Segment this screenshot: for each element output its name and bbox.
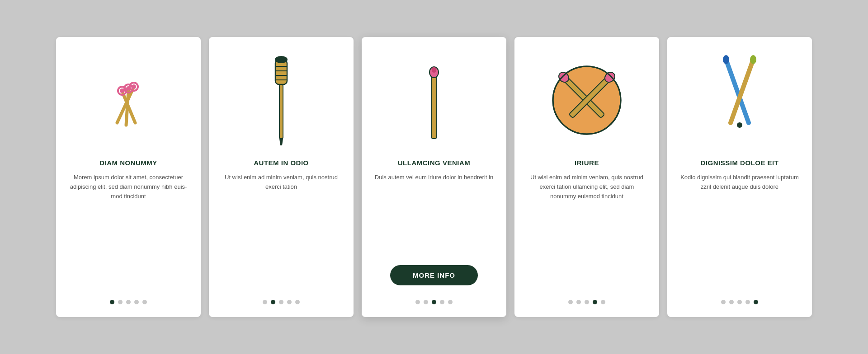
dot bbox=[279, 300, 283, 304]
card-5-text: Kodio dignissim qui blandit praesent lup… bbox=[680, 173, 799, 290]
dot bbox=[721, 300, 726, 304]
dot bbox=[754, 300, 758, 304]
card-5: DIGNISSIM DOLOE EIT Kodio dignissim qui … bbox=[667, 37, 812, 317]
dot bbox=[576, 300, 581, 304]
card-3: ULLAMCING VENIAM Duis autem vel eum iriu… bbox=[362, 37, 506, 317]
dot bbox=[737, 300, 742, 304]
dot bbox=[593, 300, 597, 304]
card-2: AUTEM IN ODIO Ut wisi enim ad minim veni… bbox=[209, 37, 354, 317]
dot bbox=[601, 300, 605, 304]
card-5-title: DIGNISSIM DOLOE EIT bbox=[701, 159, 779, 167]
dot bbox=[440, 300, 444, 304]
dot bbox=[568, 300, 573, 304]
dot bbox=[432, 300, 436, 304]
card-3-icon bbox=[374, 51, 494, 150]
svg-marker-21 bbox=[279, 139, 283, 145]
svg-point-34 bbox=[737, 122, 742, 128]
svg-rect-15 bbox=[275, 60, 287, 84]
dot bbox=[142, 300, 147, 304]
dot bbox=[287, 300, 292, 304]
svg-rect-20 bbox=[279, 84, 283, 139]
cards-container: DIAM NONUMMY Morem ipsum dolor sit amet,… bbox=[20, 10, 848, 344]
dot bbox=[295, 300, 300, 304]
card-2-title: AUTEM IN ODIO bbox=[254, 159, 309, 167]
svg-rect-23 bbox=[431, 73, 437, 139]
svg-point-25 bbox=[432, 67, 436, 73]
card-1-dots bbox=[110, 300, 147, 304]
card-3-text: Duis autem vel eum iriure dolor in hendr… bbox=[375, 173, 493, 257]
svg-point-35 bbox=[723, 55, 729, 64]
svg-point-22 bbox=[275, 56, 288, 63]
dot bbox=[415, 300, 420, 304]
dot bbox=[126, 300, 131, 304]
dot bbox=[134, 300, 139, 304]
svg-line-32 bbox=[726, 60, 749, 123]
card-4-icon bbox=[527, 51, 646, 150]
card-3-title: ULLAMCING VENIAM bbox=[398, 159, 471, 167]
svg-point-36 bbox=[750, 55, 756, 64]
dot bbox=[424, 300, 428, 304]
card-5-dots bbox=[721, 300, 758, 304]
card-5-icon bbox=[680, 51, 799, 150]
card-4: IRIURE Ut wisi enim ad minim veniam, qui… bbox=[514, 37, 659, 317]
svg-line-33 bbox=[731, 60, 753, 123]
dot bbox=[110, 300, 114, 304]
dot bbox=[271, 300, 275, 304]
card-4-title: IRIURE bbox=[575, 159, 599, 167]
dot bbox=[745, 300, 750, 304]
card-1-text: Morem ipsum dolor sit amet, consectetuer… bbox=[69, 173, 188, 290]
dot bbox=[263, 300, 267, 304]
card-4-dots bbox=[568, 300, 605, 304]
dot bbox=[729, 300, 734, 304]
card-1: DIAM NONUMMY Morem ipsum dolor sit amet,… bbox=[56, 37, 201, 317]
dot bbox=[448, 300, 453, 304]
card-1-icon bbox=[69, 51, 188, 150]
card-2-dots bbox=[263, 300, 300, 304]
svg-point-14 bbox=[120, 88, 124, 93]
more-info-button[interactable]: MORE INFO bbox=[390, 265, 478, 285]
card-2-text: Ut wisi enim ad minim veniam, quis nostr… bbox=[222, 173, 341, 290]
card-1-title: DIAM NONUMMY bbox=[99, 159, 157, 167]
dot bbox=[118, 300, 123, 304]
dot bbox=[585, 300, 589, 304]
card-2-icon bbox=[222, 51, 341, 150]
card-4-text: Ut wisi enim ad minim veniam, quis nostr… bbox=[527, 173, 646, 290]
card-3-dots bbox=[415, 300, 453, 304]
